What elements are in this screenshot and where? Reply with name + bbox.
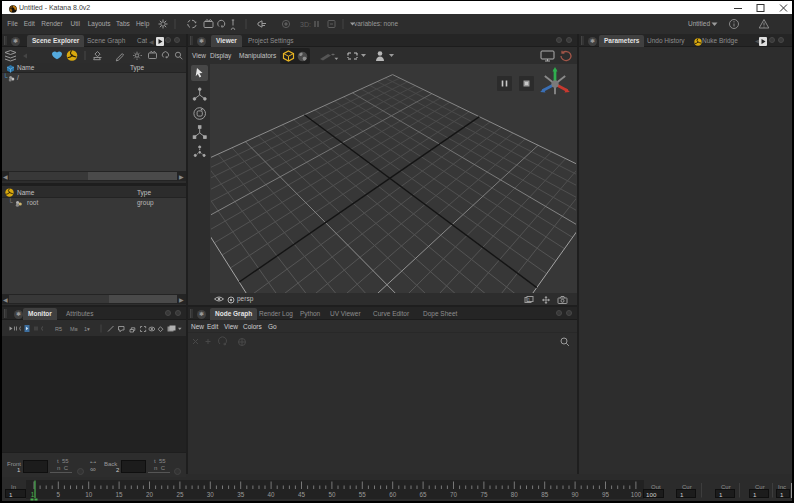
svg-text:95: 95	[602, 491, 610, 498]
svg-text:5: 5	[57, 491, 61, 498]
svg-text:M≡: M≡	[70, 326, 78, 332]
svg-text:3D:: 3D:	[300, 21, 311, 28]
svg-text:1: 1	[528, 296, 531, 302]
svg-text:45: 45	[298, 491, 306, 498]
svg-text:30: 30	[207, 491, 215, 498]
svg-text:90: 90	[572, 491, 580, 498]
svg-text:1▾: 1▾	[84, 326, 90, 332]
svg-text:40: 40	[268, 491, 276, 498]
svg-text:R5: R5	[55, 326, 62, 332]
svg-text:35: 35	[237, 491, 245, 498]
svg-text:75: 75	[480, 491, 488, 498]
svg-text:10: 10	[85, 491, 93, 498]
svg-text:70: 70	[450, 491, 458, 498]
svg-text:50: 50	[328, 491, 336, 498]
svg-text:15: 15	[116, 491, 124, 498]
svg-text:85: 85	[541, 491, 549, 498]
svg-text:25: 25	[176, 491, 184, 498]
svg-text:80: 80	[511, 491, 519, 498]
svg-text:55: 55	[359, 491, 367, 498]
svg-text:65: 65	[420, 491, 428, 498]
svg-text:1: 1	[31, 491, 35, 498]
svg-text:20: 20	[146, 491, 154, 498]
svg-text:100: 100	[631, 491, 642, 498]
svg-text:60: 60	[389, 491, 397, 498]
